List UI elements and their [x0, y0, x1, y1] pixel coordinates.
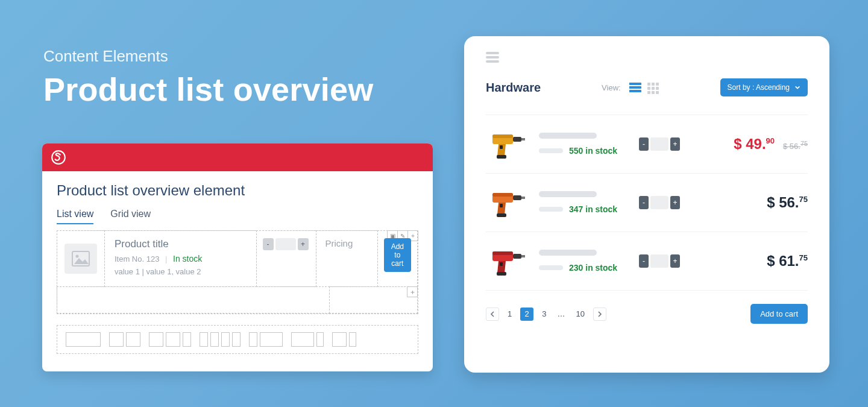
wf-values: value 1 | value 1, value 2 [115, 267, 247, 276]
qty-input[interactable] [650, 254, 668, 268]
stock-label: 550 in stock [569, 146, 617, 156]
qty-input[interactable] [650, 137, 668, 151]
editor-title: Product list overview element [57, 182, 418, 199]
svg-rect-12 [521, 197, 525, 199]
svg-rect-10 [492, 193, 513, 197]
qty-plus-button[interactable]: + [298, 238, 309, 250]
price: $ 56.75 [767, 194, 808, 211]
svg-point-2 [75, 255, 78, 258]
svg-rect-18 [521, 255, 525, 257]
qty-minus-button[interactable]: - [263, 238, 274, 250]
svg-rect-11 [513, 195, 521, 200]
price: $ 49.90 [734, 136, 775, 153]
product-image [486, 243, 530, 279]
product-row: 347 in stock - + $ 56.75 [486, 173, 808, 232]
grid-view-icon[interactable] [647, 83, 659, 92]
product-title-placeholder [539, 191, 597, 197]
qty-plus-button[interactable]: + [670, 137, 680, 151]
product-image [486, 126, 530, 162]
wf-box [249, 332, 257, 347]
svg-rect-4 [492, 134, 513, 138]
price: $ 61.75 [767, 253, 808, 270]
wf-box [221, 332, 230, 347]
wf-item-no: Item No. 123 [115, 254, 159, 263]
tab-grid-view[interactable]: Grid view [110, 209, 151, 224]
pager-next-button[interactable] [593, 308, 606, 321]
editor-card: Product list overview element List view … [42, 144, 433, 371]
wf-sep: | [165, 254, 167, 263]
qty-minus-button[interactable]: - [639, 137, 649, 151]
stock-label: 230 in stock [569, 263, 617, 273]
kicker: Content Elements [43, 47, 373, 66]
qty-input[interactable] [650, 196, 668, 209]
product-title-placeholder [539, 133, 597, 139]
wf-box [349, 332, 356, 347]
wf-box [183, 332, 191, 347]
old-price: $ 56.75 [783, 140, 808, 151]
wf-image-cell[interactable] [57, 230, 105, 287]
sort-button[interactable]: Sort by : Ascending [720, 78, 808, 96]
add-to-cart-button[interactable]: Add to cart [384, 238, 411, 272]
brand-logo-icon [51, 150, 66, 165]
tab-list-view[interactable]: List view [57, 209, 93, 224]
svg-rect-7 [497, 155, 506, 159]
wf-box [109, 332, 124, 347]
svg-rect-13 [497, 213, 506, 217]
page-title: Product list overview [43, 71, 373, 108]
svg-rect-19 [497, 272, 506, 276]
wf-box [126, 332, 140, 347]
svg-point-0 [52, 151, 65, 164]
image-placeholder-icon [64, 244, 97, 274]
product-row: 550 in stock - + $ 49.90 $ 56.75 [486, 115, 808, 173]
wf-stock: In stock [173, 254, 202, 263]
svg-rect-17 [513, 254, 521, 259]
wireframe-block: ▣ ✎ ＋ Product title Item No. 123 | In st… [57, 230, 418, 314]
product-sub-placeholder [539, 148, 563, 153]
wf-price-cell[interactable]: Pricing [316, 230, 377, 287]
wf-box [332, 332, 347, 347]
product-sub-placeholder [539, 207, 563, 212]
live-card: Hardware View: Sort by : Ascending 550 i… [464, 36, 829, 373]
product-title-placeholder [539, 250, 597, 256]
wf-box [210, 332, 219, 347]
qty-input[interactable] [275, 238, 296, 250]
wf-qty-cell[interactable]: - + [256, 230, 317, 287]
wf-box [232, 332, 241, 347]
svg-rect-8 [500, 145, 503, 149]
wf-info-cell[interactable]: Product title Item No. 123 | In stock va… [104, 230, 257, 287]
wf-box [316, 332, 324, 347]
pager-page[interactable]: … [555, 309, 567, 318]
qty-plus-button[interactable]: + [670, 196, 680, 209]
chevron-down-icon [794, 84, 800, 90]
wf-empty-left[interactable] [57, 286, 330, 314]
list-view-icon[interactable] [629, 83, 641, 92]
category-title: Hardware [486, 81, 541, 95]
pager-page[interactable]: 3 [539, 309, 549, 318]
product-sub-placeholder [539, 265, 563, 270]
wf-add-row-icon[interactable]: ＋ [407, 286, 418, 297]
pagination: 123…10 [486, 308, 606, 321]
qty-plus-button[interactable]: + [670, 254, 680, 268]
product-row: 230 in stock - + $ 61.75 [486, 232, 808, 291]
pager-page[interactable]: 1 [505, 309, 514, 318]
menu-icon[interactable] [486, 52, 499, 63]
svg-rect-16 [492, 251, 513, 255]
add-to-cart-button[interactable]: Add to cart [750, 304, 808, 324]
qty-minus-button[interactable]: - [639, 254, 649, 268]
pager-page[interactable]: 10 [573, 309, 587, 318]
svg-rect-20 [500, 262, 503, 266]
wf-empty-right[interactable]: ＋ [329, 286, 418, 314]
stock-label: 347 in stock [569, 204, 617, 214]
wf-box [291, 332, 314, 347]
svg-rect-6 [521, 138, 525, 140]
wf-box [260, 332, 283, 347]
view-label: View: [602, 83, 621, 92]
pager-page[interactable]: 2 [520, 308, 533, 321]
qty-minus-button[interactable]: - [639, 196, 649, 209]
sort-label: Sort by : Ascending [728, 83, 790, 92]
wf-box [66, 332, 101, 347]
wf-cart-cell[interactable]: Add to cart [377, 230, 418, 287]
svg-rect-5 [513, 137, 521, 142]
wf-box [166, 332, 180, 347]
pager-prev-button[interactable] [486, 308, 499, 321]
